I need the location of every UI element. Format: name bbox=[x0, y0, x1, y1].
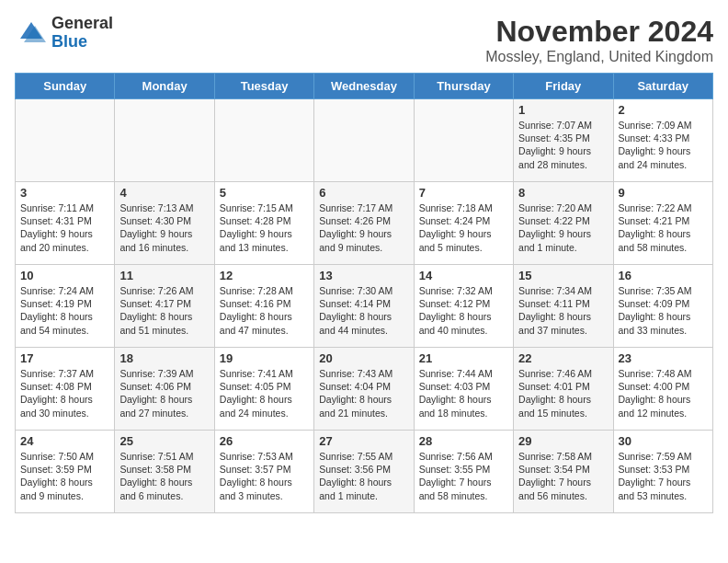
day-number: 22 bbox=[518, 351, 608, 365]
day-number: 29 bbox=[518, 434, 608, 448]
week-row-1: 1Sunrise: 7:07 AM Sunset: 4:35 PM Daylig… bbox=[16, 99, 713, 182]
calendar-day: 3Sunrise: 7:11 AM Sunset: 4:31 PM Daylig… bbox=[16, 182, 115, 265]
day-number: 7 bbox=[419, 186, 508, 200]
calendar-day: 13Sunrise: 7:30 AM Sunset: 4:14 PM Dayli… bbox=[314, 265, 414, 348]
weekday-header-wednesday: Wednesday bbox=[314, 74, 414, 99]
logo-icon bbox=[15, 17, 48, 50]
day-info: Sunrise: 7:35 AM Sunset: 4:09 PM Dayligh… bbox=[619, 284, 708, 337]
calendar-day: 30Sunrise: 7:59 AM Sunset: 3:53 PM Dayli… bbox=[613, 431, 712, 513]
day-info: Sunrise: 7:17 AM Sunset: 4:26 PM Dayligh… bbox=[319, 201, 408, 254]
calendar-day bbox=[16, 99, 115, 182]
day-info: Sunrise: 7:20 AM Sunset: 4:22 PM Dayligh… bbox=[518, 201, 608, 254]
day-info: Sunrise: 7:34 AM Sunset: 4:11 PM Dayligh… bbox=[518, 284, 608, 337]
day-number: 30 bbox=[619, 434, 708, 448]
day-info: Sunrise: 7:56 AM Sunset: 3:55 PM Dayligh… bbox=[419, 450, 508, 502]
calendar-day: 6Sunrise: 7:17 AM Sunset: 4:26 PM Daylig… bbox=[314, 182, 414, 265]
calendar-day: 19Sunrise: 7:41 AM Sunset: 4:05 PM Dayli… bbox=[214, 348, 313, 431]
calendar-day: 24Sunrise: 7:50 AM Sunset: 3:59 PM Dayli… bbox=[16, 431, 115, 513]
title-area: November 2024 Mossley, England, United K… bbox=[485, 15, 713, 65]
day-info: Sunrise: 7:24 AM Sunset: 4:19 PM Dayligh… bbox=[20, 284, 109, 337]
day-number: 8 bbox=[518, 186, 608, 200]
weekday-header-sunday: Sunday bbox=[16, 74, 115, 99]
location-title: Mossley, England, United Kingdom bbox=[485, 49, 713, 65]
day-number: 15 bbox=[518, 269, 608, 282]
calendar-day: 23Sunrise: 7:48 AM Sunset: 4:00 PM Dayli… bbox=[613, 348, 712, 431]
calendar-day: 28Sunrise: 7:56 AM Sunset: 3:55 PM Dayli… bbox=[414, 431, 513, 513]
day-info: Sunrise: 7:13 AM Sunset: 4:30 PM Dayligh… bbox=[119, 201, 209, 254]
day-info: Sunrise: 7:22 AM Sunset: 4:21 PM Dayligh… bbox=[619, 201, 708, 254]
day-number: 27 bbox=[319, 434, 408, 448]
calendar-day: 1Sunrise: 7:07 AM Sunset: 4:35 PM Daylig… bbox=[514, 99, 613, 182]
calendar-day: 17Sunrise: 7:37 AM Sunset: 4:08 PM Dayli… bbox=[16, 348, 115, 431]
day-number: 12 bbox=[220, 269, 309, 282]
day-info: Sunrise: 7:55 AM Sunset: 3:56 PM Dayligh… bbox=[319, 450, 408, 502]
logo-blue-text: Blue bbox=[51, 33, 113, 52]
calendar-day: 4Sunrise: 7:13 AM Sunset: 4:30 PM Daylig… bbox=[115, 182, 214, 265]
day-number: 6 bbox=[319, 186, 408, 200]
day-number: 5 bbox=[220, 186, 309, 200]
calendar-day: 9Sunrise: 7:22 AM Sunset: 4:21 PM Daylig… bbox=[613, 182, 712, 265]
day-info: Sunrise: 7:11 AM Sunset: 4:31 PM Dayligh… bbox=[20, 201, 109, 254]
day-info: Sunrise: 7:32 AM Sunset: 4:12 PM Dayligh… bbox=[419, 284, 508, 337]
weekday-header-saturday: Saturday bbox=[613, 74, 712, 99]
day-number: 2 bbox=[619, 103, 708, 117]
calendar-day bbox=[115, 99, 214, 182]
day-number: 11 bbox=[119, 269, 209, 282]
day-number: 13 bbox=[319, 269, 408, 282]
logo: General Blue bbox=[15, 15, 113, 52]
calendar-day: 22Sunrise: 7:46 AM Sunset: 4:01 PM Dayli… bbox=[514, 348, 613, 431]
calendar-day bbox=[314, 99, 414, 182]
calendar-day: 14Sunrise: 7:32 AM Sunset: 4:12 PM Dayli… bbox=[414, 265, 513, 348]
day-number: 28 bbox=[419, 434, 508, 448]
day-number: 23 bbox=[619, 351, 708, 365]
day-number: 17 bbox=[20, 351, 109, 365]
day-number: 24 bbox=[20, 434, 109, 448]
day-info: Sunrise: 7:58 AM Sunset: 3:54 PM Dayligh… bbox=[518, 450, 608, 502]
day-info: Sunrise: 7:26 AM Sunset: 4:17 PM Dayligh… bbox=[119, 284, 209, 337]
day-info: Sunrise: 7:53 AM Sunset: 3:57 PM Dayligh… bbox=[220, 450, 309, 502]
calendar-day: 25Sunrise: 7:51 AM Sunset: 3:58 PM Dayli… bbox=[115, 431, 214, 513]
week-row-5: 24Sunrise: 7:50 AM Sunset: 3:59 PM Dayli… bbox=[16, 431, 713, 513]
calendar-day bbox=[214, 99, 313, 182]
day-number: 3 bbox=[20, 186, 109, 200]
day-number: 9 bbox=[619, 186, 708, 200]
weekday-header-friday: Friday bbox=[514, 74, 613, 99]
day-info: Sunrise: 7:18 AM Sunset: 4:24 PM Dayligh… bbox=[419, 201, 508, 254]
weekday-header-row: SundayMondayTuesdayWednesdayThursdayFrid… bbox=[16, 74, 713, 99]
day-number: 19 bbox=[220, 351, 309, 365]
day-info: Sunrise: 7:30 AM Sunset: 4:14 PM Dayligh… bbox=[319, 284, 408, 337]
day-info: Sunrise: 7:51 AM Sunset: 3:58 PM Dayligh… bbox=[119, 450, 209, 502]
day-number: 4 bbox=[119, 186, 209, 200]
day-info: Sunrise: 7:09 AM Sunset: 4:33 PM Dayligh… bbox=[619, 119, 708, 171]
day-info: Sunrise: 7:15 AM Sunset: 4:28 PM Dayligh… bbox=[220, 201, 309, 254]
day-info: Sunrise: 7:50 AM Sunset: 3:59 PM Dayligh… bbox=[20, 450, 109, 502]
calendar-day: 15Sunrise: 7:34 AM Sunset: 4:11 PM Dayli… bbox=[514, 265, 613, 348]
day-info: Sunrise: 7:41 AM Sunset: 4:05 PM Dayligh… bbox=[220, 367, 309, 419]
calendar-day: 16Sunrise: 7:35 AM Sunset: 4:09 PM Dayli… bbox=[613, 265, 712, 348]
weekday-header-tuesday: Tuesday bbox=[214, 74, 313, 99]
calendar-day: 20Sunrise: 7:43 AM Sunset: 4:04 PM Dayli… bbox=[314, 348, 414, 431]
logo-general-text: General bbox=[51, 15, 113, 33]
calendar-day: 27Sunrise: 7:55 AM Sunset: 3:56 PM Dayli… bbox=[314, 431, 414, 513]
day-info: Sunrise: 7:07 AM Sunset: 4:35 PM Dayligh… bbox=[518, 119, 608, 171]
day-info: Sunrise: 7:48 AM Sunset: 4:00 PM Dayligh… bbox=[619, 367, 708, 419]
day-number: 26 bbox=[220, 434, 309, 448]
day-number: 10 bbox=[20, 269, 109, 282]
day-number: 1 bbox=[518, 103, 608, 117]
day-info: Sunrise: 7:43 AM Sunset: 4:04 PM Dayligh… bbox=[319, 367, 408, 419]
calendar-day: 18Sunrise: 7:39 AM Sunset: 4:06 PM Dayli… bbox=[115, 348, 214, 431]
calendar-day: 26Sunrise: 7:53 AM Sunset: 3:57 PM Dayli… bbox=[214, 431, 313, 513]
day-number: 18 bbox=[119, 351, 209, 365]
header: General Blue November 2024 Mossley, Engl… bbox=[15, 15, 713, 65]
calendar-day: 29Sunrise: 7:58 AM Sunset: 3:54 PM Dayli… bbox=[514, 431, 613, 513]
day-info: Sunrise: 7:46 AM Sunset: 4:01 PM Dayligh… bbox=[518, 367, 608, 419]
calendar-day: 7Sunrise: 7:18 AM Sunset: 4:24 PM Daylig… bbox=[414, 182, 513, 265]
day-number: 20 bbox=[319, 351, 408, 365]
calendar-table: SundayMondayTuesdayWednesdayThursdayFrid… bbox=[15, 73, 713, 513]
week-row-3: 10Sunrise: 7:24 AM Sunset: 4:19 PM Dayli… bbox=[16, 265, 713, 348]
calendar-day: 12Sunrise: 7:28 AM Sunset: 4:16 PM Dayli… bbox=[214, 265, 313, 348]
calendar-day: 11Sunrise: 7:26 AM Sunset: 4:17 PM Dayli… bbox=[115, 265, 214, 348]
calendar-day: 5Sunrise: 7:15 AM Sunset: 4:28 PM Daylig… bbox=[214, 182, 313, 265]
calendar-day bbox=[414, 99, 513, 182]
weekday-header-thursday: Thursday bbox=[414, 74, 513, 99]
